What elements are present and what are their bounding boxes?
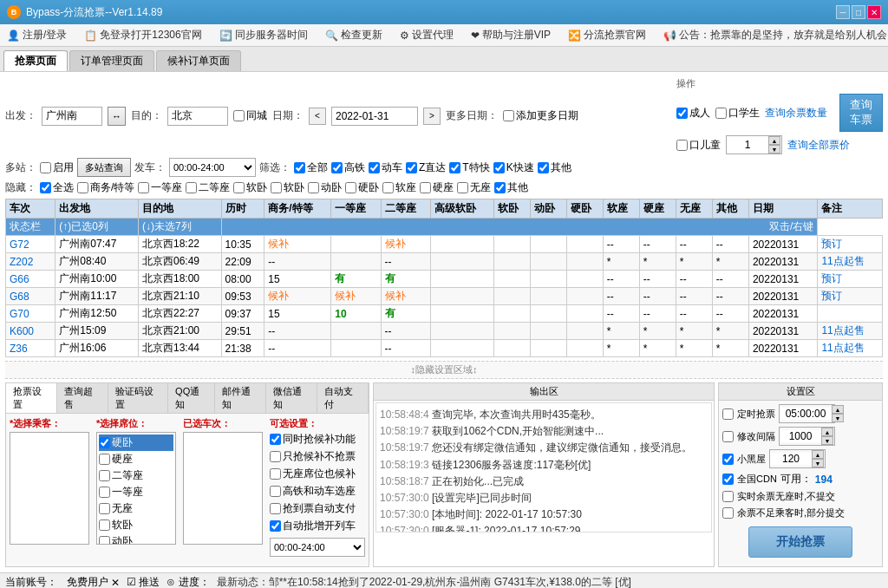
table-row[interactable]: G72广州南07:47北京西18:2210:35候补候补--------2022… <box>6 236 883 253</box>
filter-tkuai[interactable]: T特快 <box>449 160 489 175</box>
filter-other[interactable]: 其他 <box>538 160 571 175</box>
option-auto-add[interactable]: 自动批增开列车 <box>270 519 365 533</box>
option-auto-pay[interactable]: 抢到票自动支付 <box>270 501 365 516</box>
hide-yingzuo[interactable]: 硬座 <box>420 180 454 195</box>
blackroom-up[interactable]: ▲ <box>812 450 824 459</box>
multistation-query-button[interactable]: 多站查询 <box>77 158 131 177</box>
table-row[interactable]: G70广州南12:50北京西22:2709:371510有--------202… <box>6 305 883 323</box>
interval-field[interactable] <box>780 430 821 442</box>
table-row[interactable]: G66广州南10:00北京西18:0008:0015有有--------2022… <box>6 271 883 288</box>
departure-select[interactable]: 00:00-24:00 <box>169 158 256 177</box>
menu-proxy[interactable]: ⚙ 设置代理 <box>396 26 457 44</box>
scheduled-checkbox[interactable] <box>722 408 734 420</box>
tab-grab[interactable]: 抢票页面 <box>3 50 68 71</box>
passenger-list[interactable] <box>10 432 89 545</box>
panel-tab-auto-pay[interactable]: 自动支付 <box>317 383 369 413</box>
hide-second[interactable]: 二等座 <box>186 180 230 195</box>
menu-login[interactable]: 👤 注册/登录 <box>3 26 70 44</box>
table-row[interactable]: Z202广州08:40北京西06:4922:09----****20220131… <box>6 253 883 271</box>
child-count-field[interactable] <box>727 139 768 151</box>
interval-down[interactable]: ▼ <box>821 436 833 445</box>
filter-kkuai[interactable]: K快速 <box>493 160 534 175</box>
hide-shangwu[interactable]: 商务/特等 <box>77 180 134 195</box>
menu-check-update[interactable]: 🔍 检查更新 <box>322 26 386 44</box>
table-row[interactable]: Z36广州16:06北京西13:4421:38----****202201311… <box>6 340 883 357</box>
hide-other[interactable]: 其他 <box>494 180 528 195</box>
seat-item-dongwo[interactable]: 动卧 <box>99 533 173 545</box>
child-check[interactable]: 口儿童 <box>676 138 721 153</box>
date-prev-button[interactable]: < <box>309 108 326 125</box>
seat-item-yingwo[interactable]: 硬卧 <box>99 434 173 451</box>
check-all-price-link[interactable]: 查询全部票价 <box>787 138 850 153</box>
child-count-input[interactable]: ▲ ▼ <box>726 135 782 154</box>
scheduled-time-field[interactable] <box>780 408 832 420</box>
interval-up[interactable]: ▲ <box>821 428 833 436</box>
ticket-table-wrapper[interactable]: 车次 出发地 目的地 历时 商务/特等 一等座 二等座 高级软卧 软卧 动卧 硬… <box>5 199 883 357</box>
panel-tab-wechat[interactable]: 微信通知 <box>266 383 317 413</box>
table-row[interactable]: G68广州南11:17北京西21:1009:53候补候补候补--------20… <box>6 288 883 305</box>
seat-item-ruanwo[interactable]: 软卧 <box>99 517 173 533</box>
seat-item-second[interactable]: 二等座 <box>99 467 173 484</box>
adult-check[interactable]: 成人 <box>676 106 710 121</box>
filter-gaotie[interactable]: 高铁 <box>331 160 365 175</box>
scheduled-down[interactable]: ▼ <box>832 414 844 422</box>
panel-tab-query-oversell[interactable]: 查询超售 <box>57 383 108 413</box>
realtime-checkbox[interactable] <box>722 491 734 502</box>
passenger-item[interactable] <box>10 433 88 434</box>
panel-tab-grab-settings[interactable]: 抢票设置 <box>6 383 57 413</box>
query-button[interactable]: 查询车票 <box>839 94 883 132</box>
partial-checkbox[interactable] <box>722 507 734 519</box>
seat-item-first[interactable]: 一等座 <box>99 484 173 500</box>
filter-zdirect[interactable]: Z直达 <box>406 160 446 175</box>
table-row[interactable]: K600广州15:09北京西21:0029:51----****20220131… <box>6 323 883 340</box>
push-item[interactable]: ☑ 推送 <box>127 575 160 588</box>
from-input[interactable] <box>42 107 102 126</box>
child-count-down[interactable]: ▼ <box>768 145 780 154</box>
interval-checkbox[interactable] <box>722 431 734 442</box>
hide-wuzuo[interactable]: 无座 <box>457 180 491 195</box>
interval-input[interactable]: ▲ ▼ <box>779 427 835 446</box>
hide-ruanwo[interactable]: 软卧 <box>233 180 267 195</box>
start-grab-button[interactable]: 开始抢票 <box>748 526 852 558</box>
multistation-check[interactable]: 启用 <box>40 160 74 175</box>
same-city-checkbox[interactable] <box>233 110 245 121</box>
child-count-up[interactable]: ▲ <box>768 136 780 145</box>
minimize-button[interactable]: ─ <box>836 5 850 19</box>
cdn-checkbox[interactable] <box>722 474 734 485</box>
option-gaotie[interactable]: 高铁和动车选座 <box>270 484 365 499</box>
adult-checkbox[interactable] <box>676 108 688 119</box>
hide-first[interactable]: 一等座 <box>138 180 182 195</box>
hide-dongwo[interactable]: 动卧 <box>308 180 342 195</box>
option-kuaicheng[interactable]: 同时抢候补功能 <box>270 432 365 447</box>
filter-dongche[interactable]: 动车 <box>369 160 402 175</box>
check-remaining-link[interactable]: 查询余票数量 <box>765 106 827 121</box>
close-button[interactable]: ✕ <box>867 5 881 19</box>
multistation-checkbox[interactable] <box>40 162 51 173</box>
swap-button[interactable]: ↔ <box>108 107 126 126</box>
add-more-date-checkbox[interactable] <box>503 110 514 121</box>
panel-tab-captcha[interactable]: 验证码设置 <box>108 383 168 413</box>
menu-sync-time[interactable]: 🔄 同步服务器时间 <box>216 26 311 44</box>
seat-item-wuzuo[interactable]: 无座 <box>99 500 173 517</box>
maximize-button[interactable]: □ <box>852 5 865 19</box>
selected-train-list[interactable] <box>183 432 263 545</box>
panel-tab-qq[interactable]: QQ通知 <box>168 383 215 413</box>
hide-all[interactable]: 全选 <box>40 180 74 195</box>
hide-ruanzuo[interactable]: 软座 <box>382 180 416 195</box>
blackroom-checkbox[interactable] <box>722 454 734 465</box>
tab-order-manage[interactable]: 订单管理页面 <box>69 50 154 71</box>
blackroom-input[interactable]: ▲ ▼ <box>769 449 826 468</box>
date-next-button[interactable]: > <box>423 108 441 125</box>
to-input[interactable] <box>167 107 228 126</box>
option-no-seat[interactable]: 无座席位也候补 <box>270 467 365 481</box>
filter-all[interactable]: 全部 <box>294 160 328 175</box>
scheduled-up[interactable]: ▲ <box>832 405 844 414</box>
time-range-select[interactable]: 00:00-24:00 <box>270 538 365 557</box>
hide-yingwo[interactable]: 硬卧 <box>345 180 379 195</box>
tab-pending-order[interactable]: 候补订单页面 <box>156 50 241 71</box>
output-area[interactable]: 10:58:48:4 查询完毕, 本次查询共用时435毫秒。10:58:19:7… <box>375 402 712 532</box>
option-no-kuaicheng[interactable]: 只抢候补不抢票 <box>270 449 365 464</box>
add-more-date-check[interactable]: 添加更多日期 <box>503 108 578 123</box>
hidden-area[interactable]: ↕隐藏设置区域↕ <box>5 361 883 379</box>
blackroom-down[interactable]: ▼ <box>812 459 824 467</box>
